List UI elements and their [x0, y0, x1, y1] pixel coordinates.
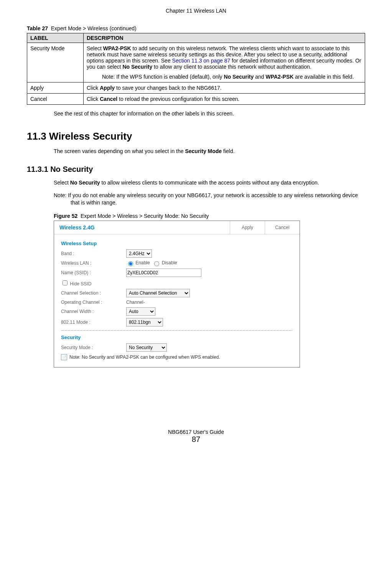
- ui-titlebar: Wireless 2.4G Apply Cancel: [54, 221, 300, 234]
- section-11-3-1-para: Select No Security to allow wireless cli…: [54, 179, 365, 186]
- security-mode-select[interactable]: No Security: [126, 343, 167, 352]
- figure-number: Figure 52: [54, 213, 77, 219]
- table-27: LABEL DESCRIPTION Security Mode Select W…: [27, 33, 365, 105]
- text-bold: No Security: [224, 74, 254, 80]
- band-label: Band :: [61, 251, 126, 256]
- figure-caption: Figure 52 Expert Mode > Wireless > Secur…: [54, 213, 365, 219]
- text: Select: [54, 180, 70, 186]
- operating-channel-label: Operating Channel :: [61, 300, 126, 305]
- band-select[interactable]: 2.4GHz: [126, 249, 152, 258]
- ssid-label: Name (SSID) :: [61, 270, 126, 275]
- text: Note: If the WPS function is enabled (de…: [102, 74, 224, 80]
- operating-channel-value: Channel-: [126, 300, 293, 305]
- channel-selection-label: Channel Selection :: [61, 290, 126, 296]
- apply-button[interactable]: Apply: [230, 221, 265, 234]
- text-bold: No Security: [122, 64, 152, 70]
- row-desc: Click Apply to save your changes back to…: [84, 82, 365, 94]
- section-heading-11-3: 11.3 Wireless Security: [27, 130, 365, 142]
- divider: [61, 330, 293, 331]
- page-number: 87: [27, 435, 365, 444]
- text: to save your changes back to the NBG6617…: [115, 85, 222, 91]
- row-desc: Select WPA2-PSK to add security on this …: [84, 43, 365, 82]
- table-title: Expert Mode > Wireless (continued): [51, 25, 137, 31]
- row-label: Security Mode: [27, 43, 84, 82]
- col-desc: DESCRIPTION: [84, 33, 365, 43]
- text: Click: [87, 96, 100, 102]
- table-row: Apply Click Apply to save your changes b…: [27, 82, 365, 94]
- security-mode-label: Security Mode :: [61, 345, 126, 350]
- text-bold: WPA2-PSK: [103, 45, 131, 51]
- row-desc: Click Cancel to reload the previous conf…: [84, 94, 365, 105]
- note-icon: 📄: [61, 354, 67, 360]
- text: are available in this field.: [293, 74, 354, 80]
- text: to allow any client to associate this ne…: [152, 64, 311, 70]
- text: The screen varies depending on what you …: [54, 148, 185, 154]
- text: to reload the previous configuration for…: [117, 96, 239, 102]
- text: to allow wireless clients to communicate…: [100, 180, 319, 186]
- text-bold: Apply: [100, 85, 115, 91]
- text: Select: [87, 45, 103, 51]
- channel-width-select[interactable]: Auto: [126, 307, 155, 316]
- text-bold: Cancel: [100, 96, 117, 102]
- table-row: Cancel Click Cancel to reload the previo…: [27, 94, 365, 105]
- table-row: Security Mode Select WPA2-PSK to add sec…: [27, 43, 365, 82]
- row-label: Cancel: [27, 94, 84, 105]
- wlan-enable-radio[interactable]: [128, 261, 133, 266]
- section-heading-11-3-1: 11.3.1 No Security: [27, 165, 365, 174]
- after-table-para: See the rest of this chapter for informa…: [54, 110, 365, 117]
- section-11-3-para: The screen varies depending on what you …: [54, 148, 365, 155]
- wlan-label: Wireless LAN :: [61, 260, 126, 266]
- text: and: [254, 74, 265, 80]
- text: Click: [87, 85, 100, 91]
- hide-ssid-label: Hide SSID: [70, 281, 91, 287]
- text-bold: Security Mode: [185, 148, 222, 154]
- figure-52-screenshot: Wireless 2.4G Apply Cancel Wireless Setu…: [54, 221, 300, 368]
- guide-name: NBG6617 User's Guide: [27, 429, 365, 435]
- text-bold: No Security: [70, 180, 100, 186]
- hide-ssid-checkbox[interactable]: [63, 280, 68, 285]
- channel-width-label: Channel Width :: [61, 309, 126, 314]
- table-number: Table 27: [27, 25, 48, 31]
- wlan-enable-text: Enable: [135, 260, 150, 266]
- row-label: Apply: [27, 82, 84, 94]
- chapter-header: Chapter 11 Wireless LAN: [27, 8, 365, 14]
- table-caption: Table 27 Expert Mode > Wireless (continu…: [27, 25, 365, 31]
- text: field.: [222, 148, 234, 154]
- row-note: Note: If the WPS function is enabled (de…: [102, 74, 362, 80]
- ui-note: 📄 Note: No Security and WPA2-PSK can be …: [61, 354, 293, 360]
- wlan-disable-radio[interactable]: [154, 261, 159, 266]
- col-label: LABEL: [27, 33, 84, 43]
- cancel-button[interactable]: Cancel: [265, 221, 300, 234]
- mode-label: 802.11 Mode :: [61, 320, 126, 325]
- section-security: Security: [61, 335, 293, 340]
- mode-select[interactable]: 802.11bgn: [126, 318, 163, 326]
- figure-title: Expert Mode > Wireless > Security Mode: …: [81, 213, 209, 219]
- channel-selection-select[interactable]: Auto Channel Selection: [126, 289, 190, 297]
- wlan-disable-text: Disable: [162, 260, 177, 266]
- section-link[interactable]: Section 11.3 on page 87: [172, 58, 231, 64]
- ui-title: Wireless 2.4G: [54, 224, 230, 231]
- text-bold: WPA2-PSK: [265, 74, 293, 80]
- ssid-input[interactable]: [126, 269, 201, 277]
- section-11-3-1-note: Note: If you do not enable any wireless …: [54, 192, 365, 206]
- section-wireless-setup: Wireless Setup: [61, 241, 293, 246]
- ui-note-text: Note: No Security and WPA2-PSK can be co…: [69, 354, 220, 360]
- page-footer: NBG6617 User's Guide 87: [27, 429, 365, 444]
